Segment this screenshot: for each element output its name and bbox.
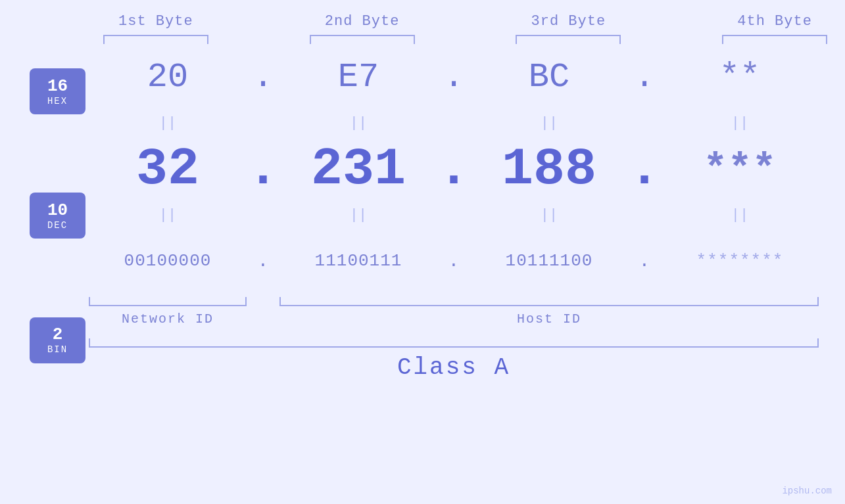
byte4-bracket-top	[722, 35, 827, 44]
watermark: ipshu.com	[782, 486, 832, 496]
hex-byte1-value: 20	[147, 58, 188, 97]
byte3-col-header: 3rd Byte	[482, 13, 656, 44]
eq2-byte4: ||	[661, 207, 819, 223]
dec-byte4: ***	[661, 146, 819, 193]
byte1-col-header: 1st Byte	[69, 13, 243, 44]
eq1-byte3-sign: ||	[541, 115, 558, 131]
hex-badge-row: 16 HEX	[26, 58, 89, 124]
eq1-byte2-sign: ||	[350, 115, 367, 131]
host-id-text: Host ID	[517, 311, 581, 327]
bin-byte4: ********	[661, 251, 819, 271]
dec-byte2-value: 231	[311, 139, 406, 199]
badge-eq-spacer-2	[26, 265, 89, 291]
dec-dot1-value: .	[247, 139, 279, 199]
hex-dot1: .	[247, 58, 279, 97]
hex-byte2-value: E7	[338, 58, 379, 97]
hex-dot2-value: .	[443, 58, 464, 97]
dec-byte2: 231	[279, 139, 437, 199]
hex-byte3-value: BC	[529, 58, 569, 97]
bin-values-row: 00100000 . 11100111 . 10111100 .	[89, 228, 819, 294]
badge-eq-spacer-1	[26, 141, 89, 167]
eq1-byte2: ||	[279, 115, 437, 131]
eq1-byte4: ||	[661, 115, 819, 131]
bin-dot2: .	[437, 251, 470, 271]
bin-byte1-value: 00100000	[124, 251, 212, 271]
byte2-col-header: 2nd Byte	[276, 13, 449, 44]
hex-dot1-value: .	[253, 58, 273, 97]
dec-badge: 10 DEC	[30, 193, 85, 239]
bin-byte1: 00100000	[89, 251, 247, 271]
hex-byte3: BC	[470, 58, 628, 97]
class-label-row: Class A	[89, 354, 819, 381]
dec-values-row: 32 . 231 . 188 . ***	[89, 136, 819, 202]
dec-byte3-value: 188	[502, 139, 596, 199]
network-id-label: Network ID	[89, 311, 247, 327]
bottom-brackets-row	[89, 297, 819, 306]
eq2-byte1-sign: ||	[159, 207, 176, 223]
bin-dot2-value: .	[448, 251, 460, 271]
bin-byte2: 11100111	[279, 251, 437, 271]
eq2-byte4-sign: ||	[731, 207, 748, 223]
bin-dot3-value: .	[639, 251, 650, 271]
bin-byte3-value: 10111100	[506, 251, 593, 271]
eq2-byte1: ||	[89, 207, 247, 223]
dec-dot3: .	[628, 139, 661, 199]
byte-headers: 1st Byte 2nd Byte 3rd Byte 4th Byte	[69, 13, 845, 44]
eq-row-1: || || || ||	[89, 110, 819, 136]
bin-dot1: .	[247, 251, 279, 271]
class-label: Class A	[397, 354, 510, 381]
dec-dot3-value: .	[629, 139, 660, 199]
eq1-byte4-sign: ||	[731, 115, 748, 131]
id-labels-row: Network ID Host ID	[89, 311, 819, 327]
hex-badge-label: HEX	[47, 96, 68, 106]
bin-dot1-value: .	[258, 251, 269, 271]
eq2-byte2-sign: ||	[350, 207, 367, 223]
byte2-label: 2nd Byte	[325, 13, 400, 30]
dec-badge-label: DEC	[47, 220, 68, 231]
dec-badge-number: 10	[47, 201, 68, 220]
hex-byte1: 20	[89, 58, 247, 97]
hex-dot3-value: .	[634, 58, 654, 97]
bin-byte3: 10111100	[470, 251, 628, 271]
byte1-bracket-top	[103, 35, 208, 44]
main-container: 1st Byte 2nd Byte 3rd Byte 4th Byte 16 H…	[0, 0, 845, 504]
byte3-label: 3rd Byte	[531, 13, 606, 30]
dec-byte4-value: ***	[703, 146, 777, 193]
dec-byte1: 32	[89, 139, 247, 199]
bin-badge: 2 BIN	[30, 317, 85, 363]
bin-badge-number: 2	[53, 325, 63, 344]
hex-badge: 16 HEX	[30, 68, 85, 114]
eq1-byte1-sign: ||	[159, 115, 176, 131]
dec-dot2-value: .	[438, 139, 470, 199]
byte2-bracket-top	[310, 35, 415, 44]
hex-byte4-value: **	[719, 58, 760, 97]
eq-row-2: || || || ||	[89, 202, 819, 228]
byte4-col-header: 4th Byte	[688, 13, 845, 44]
eq2-byte3-sign: ||	[541, 207, 558, 223]
dec-byte1-value: 32	[136, 139, 199, 199]
byte1-label: 1st Byte	[118, 13, 193, 30]
bin-dot3: .	[628, 251, 661, 271]
byte4-label: 4th Byte	[737, 13, 812, 30]
layout-wrapper: 16 HEX 10 DEC 2 BIN	[26, 44, 819, 381]
dec-dot1: .	[247, 139, 279, 199]
eq1-byte1: ||	[89, 115, 247, 131]
hex-dot2: .	[437, 58, 470, 97]
byte3-bracket-top	[516, 35, 621, 44]
hex-badge-number: 16	[47, 77, 68, 96]
eq2-byte2: ||	[279, 207, 437, 223]
watermark-text: ipshu.com	[782, 486, 832, 496]
hex-byte2: E7	[279, 58, 437, 97]
host-id-label: Host ID	[279, 311, 819, 327]
eq1-byte3: ||	[470, 115, 628, 131]
bin-badge-label: BIN	[47, 344, 68, 355]
label-gap	[247, 311, 279, 327]
dec-badge-row: 10 DEC	[26, 183, 89, 248]
eq2-byte3: ||	[470, 207, 628, 223]
class-bracket	[89, 338, 819, 348]
dec-dot2: .	[437, 139, 470, 199]
hex-byte4: **	[661, 58, 819, 97]
hex-values-row: 20 . E7 . BC . **	[89, 44, 819, 110]
network-id-text: Network ID	[122, 311, 214, 327]
bin-byte4-value: ********	[696, 251, 784, 271]
